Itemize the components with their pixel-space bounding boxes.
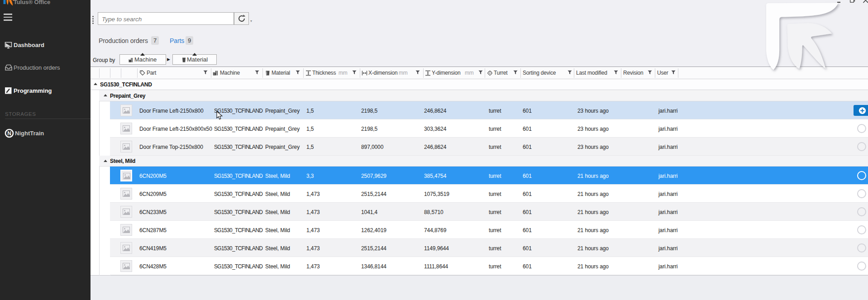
svg-text:N: N: [7, 130, 11, 137]
